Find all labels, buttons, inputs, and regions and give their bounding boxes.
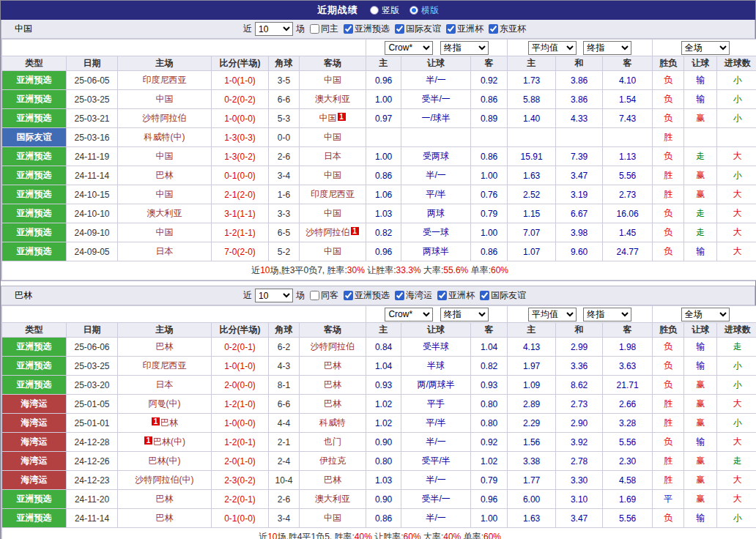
- asia-bookmaker-select[interactable]: Crow*: [385, 308, 433, 321]
- asia-bookmaker-select[interactable]: Crow*: [385, 41, 433, 55]
- recent-count-select[interactable]: 10: [255, 289, 293, 302]
- same-venue-filter[interactable]: 同客: [310, 289, 338, 302]
- asia-home-odds: 0.90: [366, 433, 401, 452]
- result-outcome: 胜: [653, 452, 684, 471]
- eu-away-odds: 5.56: [603, 433, 653, 452]
- team-label: 日本: [156, 379, 174, 390]
- filter-checkbox[interactable]: [489, 24, 498, 34]
- filter-option[interactable]: 海湾运: [395, 289, 432, 302]
- home-team: 中国: [118, 185, 212, 204]
- radio-vertical-label: 竖版: [382, 4, 399, 17]
- col-type: 类型: [2, 323, 67, 338]
- match-row: 亚洲预选24-11-14巴林0-1(0-0)3-4中国0.86半/一1.001.…: [2, 166, 756, 185]
- eu-home-odds: 1.15: [508, 204, 556, 223]
- result-outcome: 胜: [653, 166, 684, 185]
- asia-away-odds: 1.04: [471, 338, 508, 357]
- eu-draw-odds: 3.47: [556, 509, 603, 528]
- filter-option[interactable]: 国际友谊: [395, 23, 441, 35]
- filter-checkbox[interactable]: [480, 291, 489, 300]
- result-handicap: 赢: [684, 109, 717, 128]
- asia-away-odds: 0.79: [471, 471, 508, 490]
- eu-bookmaker-select[interactable]: 平均值: [528, 41, 577, 55]
- filter-checkbox[interactable]: [446, 24, 456, 34]
- team-label: 中国: [156, 189, 174, 199]
- same-filter-label: 同主: [321, 23, 338, 35]
- asia-home-odds: 0.86: [366, 166, 401, 185]
- filter-option[interactable]: 亚洲杯: [437, 289, 475, 302]
- radio-horizontal-layout[interactable]: 横版: [410, 4, 439, 17]
- summary-segment: 让胜率:: [365, 265, 396, 275]
- filter-checkbox[interactable]: [344, 291, 353, 300]
- eu-away-odds: 1.98: [603, 338, 653, 357]
- fulltime-scope-select[interactable]: 全场: [681, 308, 730, 321]
- eu-draw-odds: 2.99: [556, 338, 603, 357]
- asia-away-odds: 1.00: [471, 223, 508, 242]
- match-date: 25-03-16: [67, 128, 118, 147]
- asia-stage-select[interactable]: 终指: [440, 41, 489, 55]
- matches-table: Crow* 终指 平均值 终指 全场 类型 日期 主场 比分(半场): [1, 305, 756, 539]
- filter-label: 亚洲预选: [355, 23, 390, 35]
- eu-home-odds: 1.63: [508, 509, 556, 528]
- result-outcome: 负: [653, 109, 684, 128]
- radio-circle-icon[interactable]: [370, 6, 379, 15]
- col-eu-away: 客: [603, 56, 653, 71]
- result-goals: 小: [717, 414, 756, 433]
- recent-count-select[interactable]: 10: [255, 22, 293, 36]
- red-card-badge: 1: [351, 227, 359, 235]
- radio-vertical-layout[interactable]: 竖版: [370, 4, 399, 17]
- corner-score: 5-3: [269, 109, 300, 128]
- corner-score: 3-4: [269, 509, 300, 528]
- same-venue-filter[interactable]: 同主: [310, 23, 338, 35]
- eu-home-odds: 4.13: [508, 338, 556, 357]
- eu-draw-odds: 7.39: [556, 147, 603, 166]
- filter-checkbox[interactable]: [437, 291, 447, 300]
- filter-checkbox[interactable]: [395, 291, 404, 300]
- eu-away-odds: 5.56: [603, 166, 653, 185]
- asia-handicap: 受一球: [401, 223, 471, 242]
- result-outcome: 负: [653, 338, 684, 357]
- asia-handicap: 两球半: [401, 242, 471, 261]
- asia-odds-select-cell: Crow* 终指: [366, 40, 508, 56]
- corner-score: 4-3: [269, 357, 300, 376]
- result-outcome: 胜: [653, 471, 684, 490]
- eu-home-odds: 3.38: [508, 452, 556, 471]
- filter-option[interactable]: 亚洲预选: [344, 289, 390, 302]
- result-outcome: 平: [653, 490, 684, 509]
- radio-circle-selected-icon[interactable]: [410, 6, 418, 15]
- fulltime-scope-select[interactable]: 全场: [681, 41, 730, 55]
- team-label: 澳大利亚: [315, 494, 350, 504]
- asia-stage-select[interactable]: 终指: [440, 308, 489, 321]
- match-date: 25-03-25: [67, 90, 118, 109]
- asia-away-odds: 0.79: [471, 204, 508, 223]
- eu-bookmaker-select[interactable]: 平均值: [528, 308, 577, 321]
- same-filter-checkbox[interactable]: [310, 291, 319, 300]
- asia-handicap: 半/一: [401, 71, 471, 90]
- away-team: 科威特: [300, 414, 366, 433]
- filter-option[interactable]: 亚洲预选: [344, 23, 390, 35]
- result-goals: 走: [717, 338, 756, 357]
- eu-home-odds: 1.63: [508, 166, 556, 185]
- eu-home-odds: 1.77: [508, 471, 556, 490]
- result-goals: 小: [717, 90, 756, 109]
- asia-handicap: 受半球: [401, 338, 471, 357]
- corner-score: 5-2: [269, 242, 300, 261]
- result-outcome: 负: [653, 204, 684, 223]
- filter-checkbox[interactable]: [395, 24, 404, 34]
- filter-option[interactable]: 亚洲杯: [446, 23, 483, 35]
- match-row: 国际友谊25-03-16科威特(中)1-3(0-3)0-0中国胜: [2, 128, 756, 147]
- eu-home-odds: 2.89: [508, 395, 556, 414]
- same-filter-checkbox[interactable]: [310, 24, 319, 34]
- corner-score: 2-1: [269, 433, 300, 452]
- filter-checkbox[interactable]: [344, 24, 353, 34]
- eu-stage-select[interactable]: 终指: [583, 308, 631, 321]
- match-score: 0-1(0-0): [212, 509, 269, 528]
- away-team: 伊拉克: [300, 452, 366, 471]
- eu-stage-select[interactable]: 终指: [583, 41, 631, 55]
- filter-option[interactable]: 东亚杯: [489, 23, 526, 35]
- filter-option[interactable]: 国际友谊: [480, 289, 526, 302]
- asia-handicap: 平/半: [401, 185, 471, 204]
- type-badge: 亚洲预选: [2, 185, 67, 204]
- summary-segment: 40%: [355, 532, 372, 539]
- match-score: 1-0(1-0): [212, 71, 269, 90]
- topbar: 近期战绩 竖版 横版: [1, 1, 755, 20]
